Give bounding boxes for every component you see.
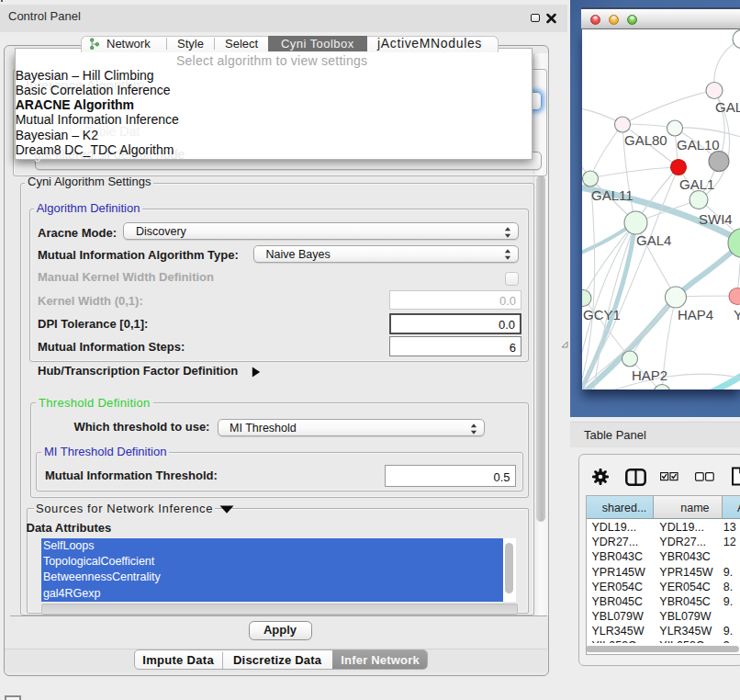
svg-text:GAL80: GAL80 <box>624 131 667 147</box>
svg-text:GAL4: GAL4 <box>636 231 671 247</box>
svg-text:HAP2: HAP2 <box>632 367 667 382</box>
svg-text:GAL10: GAL10 <box>677 137 720 152</box>
svg-text:GAL7: GAL7 <box>715 99 740 115</box>
svg-text:HAP4: HAP4 <box>678 307 713 322</box>
svg-text:GAL11: GAL11 <box>591 187 633 203</box>
svg-text:GCY1: GCY1 <box>583 307 621 322</box>
svg-text:SWI4: SWI4 <box>699 211 733 227</box>
svg-text:GAL1: GAL1 <box>679 175 714 191</box>
svg-text:YM: YM <box>734 307 740 322</box>
